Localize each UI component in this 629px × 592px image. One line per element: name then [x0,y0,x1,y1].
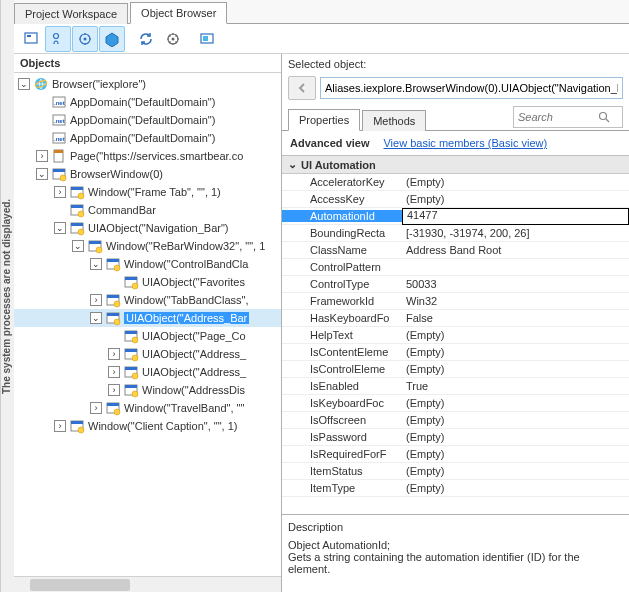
tree-row[interactable]: ›Window("Frame Tab", "", 1) [14,183,281,201]
subtab-properties[interactable]: Properties [288,109,360,131]
settings-btn[interactable] [160,26,186,52]
prop-row[interactable]: IsEnabledTrue [282,378,629,395]
prop-row[interactable]: AutomationId41477 [282,208,629,225]
expand-icon[interactable]: › [54,420,66,432]
tree-item-label: AppDomain("DefaultDomain") [70,114,215,126]
prop-row[interactable]: ItemType(Empty) [282,480,629,497]
expand-icon[interactable]: › [108,348,120,360]
prop-value: Address Band Root [402,244,629,256]
tree-row[interactable]: .netAppDomain("DefaultDomain") [14,129,281,147]
prop-name: AcceleratorKey [282,176,402,188]
prop-name: FrameworkId [282,295,402,307]
net-icon: .net [51,94,67,110]
screen-btn[interactable] [194,26,220,52]
collapse-icon[interactable]: ⌄ [90,312,102,324]
filter-btn-1[interactable] [18,26,44,52]
prop-row[interactable]: IsContentEleme(Empty) [282,344,629,361]
tree-row[interactable]: UIAObject("Page_Co [14,327,281,345]
prop-row[interactable]: ClassNameAddress Band Root [282,242,629,259]
tree-row[interactable]: ⌄Window("ControlBandCla [14,255,281,273]
tree-row[interactable]: .netAppDomain("DefaultDomain") [14,111,281,129]
refresh-btn[interactable] [133,26,159,52]
prop-name: ItemStatus [282,465,402,477]
expand-icon[interactable]: › [36,150,48,162]
filter-btn-3[interactable] [72,26,98,52]
svg-point-60 [114,409,120,415]
svg-point-48 [132,337,138,343]
win-icon [123,364,139,380]
prop-row[interactable]: AccessKey(Empty) [282,191,629,208]
prop-name: ClassName [282,244,402,256]
prop-row[interactable]: IsPassword(Empty) [282,429,629,446]
collapse-icon[interactable]: ⌄ [36,168,48,180]
back-button[interactable] [288,76,316,100]
svg-point-57 [132,391,138,397]
win-icon [69,202,85,218]
prop-row[interactable]: IsKeyboardFoc(Empty) [282,395,629,412]
tree-row[interactable]: ⌄Window("ReBarWindow32", "", 1 [14,237,281,255]
svg-rect-23 [71,187,83,190]
win-icon [123,346,139,362]
tree-row[interactable]: ›Window("TabBandClass", [14,291,281,309]
expander-spacer [108,330,120,342]
prop-row[interactable]: BoundingRecta[-31930, -31974, 200, 26] [282,225,629,242]
prop-row[interactable]: IsRequiredForF(Empty) [282,446,629,463]
tree-row[interactable]: ›Window("AddressDis [14,381,281,399]
prop-row[interactable]: ItemStatus(Empty) [282,463,629,480]
prop-row[interactable]: ControlType50033 [282,276,629,293]
svg-rect-32 [89,241,101,244]
prop-group-header[interactable]: ⌄ UI Automation [282,156,629,174]
expand-icon[interactable]: › [90,402,102,414]
svg-point-6 [172,37,175,40]
tree-row[interactable]: CommandBar [14,201,281,219]
tree-item-label: UIAObject("Address_ [142,348,246,360]
tree-hscroll[interactable] [14,576,281,592]
collapse-icon[interactable]: ⌄ [18,78,30,90]
prop-row[interactable]: FrameworkIdWin32 [282,293,629,310]
filter-btn-4[interactable] [99,26,125,52]
tree-row[interactable]: ›UIAObject("Address_ [14,345,281,363]
tree-row[interactable]: ›Window("TravelBand", "" [14,399,281,417]
collapse-icon[interactable]: ⌄ [90,258,102,270]
svg-point-54 [132,373,138,379]
properties-grid[interactable]: ⌄ UI Automation AcceleratorKey(Empty)Acc… [282,155,629,514]
svg-rect-29 [71,223,83,226]
search-box[interactable] [513,106,623,128]
prop-value: (Empty) [402,397,629,409]
tree-row[interactable]: ›Page("https://services.smartbear.co [14,147,281,165]
collapse-icon[interactable]: ⌄ [72,240,84,252]
tree-row[interactable]: ⌄UIAObject("Address_Bar [14,309,281,327]
prop-row[interactable]: HasKeyboardFoFalse [282,310,629,327]
prop-row[interactable]: IsControlEleme(Empty) [282,361,629,378]
search-input[interactable] [518,111,598,123]
expand-icon[interactable]: › [108,366,120,378]
tree-row[interactable]: ⌄UIAObject("Navigation_Bar") [14,219,281,237]
subtab-methods[interactable]: Methods [362,110,426,131]
filter-btn-2[interactable] [45,26,71,52]
collapse-icon[interactable]: ⌄ [54,222,66,234]
prop-row[interactable]: IsOffscreen(Empty) [282,412,629,429]
description-line2: Gets a string containing the automation … [288,551,623,575]
tree-row[interactable]: ›UIAObject("Address_ [14,363,281,381]
prop-row[interactable]: AcceleratorKey(Empty) [282,174,629,191]
prop-name: ControlType [282,278,402,290]
tree-row[interactable]: ⌄BrowserWindow(0) [14,165,281,183]
svg-rect-8 [203,36,208,41]
svg-rect-62 [71,421,83,424]
tab-object-browser[interactable]: Object Browser [130,2,227,24]
tree-row[interactable]: ›Window("Client Caption", "", 1) [14,417,281,435]
tree-row[interactable]: ⌄Browser("iexplore") [14,75,281,93]
tab-project-workspace[interactable]: Project Workspace [14,3,128,24]
expand-icon[interactable]: › [90,294,102,306]
prop-row[interactable]: HelpText(Empty) [282,327,629,344]
search-icon [598,111,610,123]
prop-row[interactable]: ControlPattern [282,259,629,276]
svg-rect-41 [107,295,119,298]
selected-object-input[interactable] [320,77,623,99]
tree-row[interactable]: .netAppDomain("DefaultDomain") [14,93,281,111]
basic-view-link[interactable]: View basic members (Basic view) [383,137,547,149]
expand-icon[interactable]: › [54,186,66,198]
object-tree[interactable]: ⌄Browser("iexplore").netAppDomain("Defau… [14,73,281,576]
tree-row[interactable]: UIAObject("Favorites [14,273,281,291]
expand-icon[interactable]: › [108,384,120,396]
